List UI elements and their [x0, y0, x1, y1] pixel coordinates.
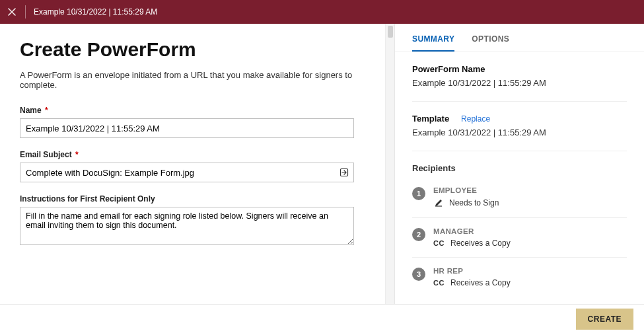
- instructions-label: Instructions for First Recipient Only: [20, 194, 365, 204]
- powerform-name-label: PowerForm Name: [412, 64, 627, 74]
- required-mark: *: [45, 106, 48, 115]
- name-input[interactable]: [20, 118, 354, 138]
- email-subject-input-wrap: [20, 163, 354, 182]
- needs-to-sign-icon: [433, 198, 444, 208]
- side-body: PowerForm Name Example 10/31/2022 | 11:5…: [395, 52, 644, 304]
- close-icon[interactable]: [5, 5, 18, 18]
- recipient-row: 1EMPLOYEENeeds to Sign: [412, 182, 627, 218]
- email-subject-field-wrap: Email Subject *: [20, 150, 365, 182]
- template-replace-link[interactable]: Replace: [461, 114, 490, 124]
- recipient-action: CCReceives a Copy: [433, 239, 511, 248]
- topbar-divider: [25, 5, 26, 18]
- required-mark: *: [75, 150, 79, 159]
- footer: CREATE: [0, 304, 644, 333]
- tab-summary[interactable]: SUMMARY: [412, 34, 454, 52]
- recipient-action-text: Receives a Copy: [450, 278, 511, 287]
- cc-icon: CC: [433, 279, 445, 287]
- side-tabs: SUMMARY OPTIONS: [395, 24, 644, 52]
- insert-field-icon[interactable]: [338, 166, 350, 178]
- recipient-action: Needs to Sign: [433, 198, 499, 208]
- recipient-body: EMPLOYEENeeds to Sign: [433, 186, 499, 208]
- main-scrollbar[interactable]: [385, 24, 394, 304]
- recipients-label: Recipients: [412, 163, 627, 173]
- page-description: A PowerForm is an envelope initiated fro…: [20, 70, 365, 90]
- template-row: Template Replace: [412, 114, 627, 124]
- recipient-action-text: Receives a Copy: [450, 239, 511, 248]
- instructions-textarea[interactable]: [20, 207, 354, 245]
- recipient-role: EMPLOYEE: [433, 186, 499, 194]
- recipients-list: 1EMPLOYEENeeds to Sign2MANAGERCCReceives…: [412, 182, 627, 297]
- template-label: Template: [412, 114, 449, 124]
- tab-options[interactable]: OPTIONS: [472, 34, 509, 52]
- powerform-name-value: Example 10/31/2022 | 11:55:29 AM: [412, 78, 627, 88]
- recipient-row: 3HR REPCCReceives a Copy: [412, 263, 627, 297]
- recipient-order-badge: 1: [412, 187, 425, 200]
- recipient-order-badge: 3: [412, 268, 425, 281]
- side-separator: [412, 151, 627, 151]
- recipient-body: HR REPCCReceives a Copy: [433, 267, 511, 287]
- content-area: Create PowerForm A PowerForm is an envel…: [0, 24, 644, 304]
- create-button[interactable]: CREATE: [576, 309, 633, 330]
- cc-icon: CC: [433, 239, 445, 247]
- page-title: Create PowerForm: [20, 38, 365, 61]
- template-value: Example 10/31/2022 | 11:55:29 AM: [412, 128, 627, 137]
- recipient-order-badge: 2: [412, 228, 425, 241]
- recipient-action-text: Needs to Sign: [449, 198, 499, 207]
- recipient-role: HR REP: [433, 267, 511, 275]
- topbar: Example 10/31/2022 | 11:55:29 AM: [0, 0, 644, 24]
- name-field-wrap: Name *: [20, 106, 365, 138]
- topbar-title: Example 10/31/2022 | 11:55:29 AM: [34, 7, 157, 17]
- name-label: Name *: [20, 106, 365, 115]
- recipient-action: CCReceives a Copy: [433, 278, 511, 287]
- email-subject-label: Email Subject *: [20, 150, 365, 159]
- recipient-body: MANAGERCCReceives a Copy: [433, 227, 511, 248]
- side-panel: SUMMARY OPTIONS PowerForm Name Example 1…: [394, 24, 644, 304]
- recipient-row: 2MANAGERCCReceives a Copy: [412, 223, 627, 258]
- email-subject-label-text: Email Subject: [20, 150, 72, 159]
- main-panel: Create PowerForm A PowerForm is an envel…: [0, 24, 385, 304]
- name-label-text: Name: [20, 106, 42, 115]
- email-subject-input[interactable]: [20, 163, 354, 182]
- instructions-field-wrap: Instructions for First Recipient Only: [20, 194, 365, 247]
- recipient-role: MANAGER: [433, 227, 511, 235]
- side-separator: [412, 101, 627, 102]
